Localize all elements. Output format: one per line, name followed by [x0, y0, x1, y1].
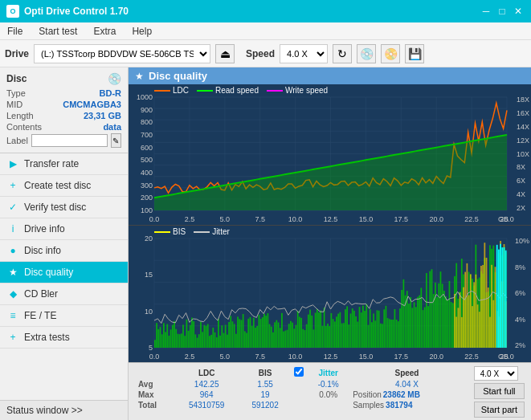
- max-ldc: 964: [174, 389, 239, 400]
- jitter-legend-label: Jitter: [212, 227, 230, 236]
- start-full-button[interactable]: Start full: [474, 383, 525, 399]
- eject-button[interactable]: ⏏: [215, 44, 235, 63]
- y-right-10x: 10X: [515, 150, 529, 158]
- create-test-disc-icon: +: [6, 179, 19, 192]
- y-right-2pct: 2%: [513, 341, 529, 349]
- avg-jitter: -0.1%: [307, 379, 349, 389]
- nav-item-create-test-disc[interactable]: + Create test disc: [0, 175, 128, 197]
- titlebar: O Opti Drive Control 1.70 ─ □ ✕: [0, 0, 531, 22]
- nav-item-cd-bler[interactable]: ◆ CD Bler: [0, 283, 128, 305]
- max-jitter: 0.0%: [307, 389, 349, 400]
- y-right-4x: 4X: [515, 190, 529, 198]
- y-right-16x: 16X: [515, 109, 529, 117]
- nav-label-verify-test-disc: Verify test disc: [24, 202, 86, 213]
- disc-contents-value: data: [103, 122, 121, 132]
- y-right-18x: 18X: [515, 96, 529, 104]
- bis-chart: BIS Jitter 10% 8% 6% 4% 2%: [129, 226, 531, 362]
- stats-table: LDC BIS Jitter Speed Avg 142.25: [135, 366, 464, 410]
- disc-icon: 💿: [108, 72, 121, 85]
- minimize-button[interactable]: ─: [480, 5, 492, 18]
- menu-start-test[interactable]: Start test: [35, 24, 81, 39]
- y-right-12x: 12X: [515, 137, 529, 145]
- disc-quality-header: ★ Disc quality: [129, 67, 531, 84]
- content-area: ★ Disc quality LDC Read speed: [129, 67, 531, 420]
- nav-label-drive-info: Drive info: [24, 223, 65, 234]
- menu-file[interactable]: File: [3, 24, 27, 39]
- y-right-4pct: 4%: [513, 316, 529, 324]
- start-part-button[interactable]: Start part: [474, 402, 525, 418]
- bottom-chart-canvas: [129, 226, 531, 361]
- ldc-legend-label: LDC: [173, 86, 189, 95]
- extra-tests-icon: +: [6, 331, 19, 344]
- disc-type-label: Type: [6, 88, 26, 98]
- disc-panel: Disc 💿 Type BD-R MID CMCMAGBA3 Length 23…: [0, 67, 128, 153]
- jitter-legend: Jitter: [194, 227, 230, 236]
- speed-label: Speed: [246, 48, 275, 59]
- menu-extra[interactable]: Extra: [89, 24, 120, 39]
- top-chart-canvas: [129, 84, 531, 223]
- transfer-rate-icon: ▶: [6, 157, 19, 170]
- nav-label-fe-te: FE / TE: [24, 310, 56, 321]
- menubar: File Start test Extra Help: [0, 22, 531, 40]
- menu-help[interactable]: Help: [128, 24, 156, 39]
- save-button[interactable]: 💾: [405, 44, 424, 63]
- avg-bis: 1.55: [239, 379, 291, 389]
- nav-label-disc-quality: Disc quality: [24, 267, 73, 278]
- disc-quality-header-icon: ★: [135, 71, 144, 82]
- toolbar: Drive (L:) TSSTcorp BDDVDW SE-506CB TS02…: [0, 40, 531, 67]
- fe-te-icon: ≡: [6, 309, 19, 322]
- window-controls: ─ □ ✕: [480, 5, 525, 18]
- disc-length-label: Length: [6, 111, 34, 120]
- nav-item-fe-te[interactable]: ≡ FE / TE: [0, 305, 128, 327]
- speed-dropdown[interactable]: 4.0 X: [474, 366, 518, 381]
- disc-quality-icon: ★: [6, 266, 19, 279]
- max-label: Max: [135, 389, 174, 400]
- disc-button[interactable]: 💿: [357, 44, 376, 63]
- speed-select[interactable]: 4.0 X: [280, 44, 328, 63]
- drive-select[interactable]: (L:) TSSTcorp BDDVDW SE-506CB TS02: [34, 44, 210, 63]
- disc-contents-label: Contents: [6, 122, 42, 132]
- disc-mid-label: MID: [6, 100, 22, 109]
- media-button[interactable]: 📀: [381, 44, 400, 63]
- nav-item-transfer-rate[interactable]: ▶ Transfer rate: [0, 153, 128, 175]
- ldc-header: LDC: [174, 366, 239, 379]
- y-right-6pct: 6%: [513, 289, 529, 297]
- ldc-legend: LDC: [154, 86, 189, 95]
- disc-label-input[interactable]: [31, 134, 108, 147]
- bis-legend: BIS: [154, 227, 186, 236]
- max-bis: 19: [239, 389, 291, 400]
- avg-speed: 4.04 X: [349, 379, 464, 389]
- samples-label: Samples: [353, 401, 384, 410]
- position-value: 23862 MB: [383, 390, 420, 399]
- jitter-checkbox[interactable]: [294, 367, 304, 377]
- maximize-button[interactable]: □: [496, 5, 509, 18]
- bis-header: BIS: [239, 366, 291, 379]
- refresh-button[interactable]: ↻: [333, 44, 352, 63]
- nav-item-drive-info[interactable]: i Drive info: [0, 218, 128, 240]
- y-right-14x: 14X: [515, 123, 529, 131]
- disc-type-value: BD-R: [100, 88, 122, 98]
- total-bis: 591202: [239, 400, 291, 410]
- samples-value: 381794: [386, 401, 412, 410]
- nav-item-extra-tests[interactable]: + Extra tests: [0, 327, 128, 349]
- read-speed-legend: Read speed: [197, 86, 259, 95]
- disc-label-edit-button[interactable]: ✎: [111, 133, 121, 148]
- disc-length-value: 23,31 GB: [84, 111, 121, 120]
- status-window-button[interactable]: Status window >>: [0, 400, 128, 420]
- disc-mid-value: CMCMAGBA3: [63, 100, 121, 109]
- nav-item-disc-info[interactable]: ● Disc info: [0, 240, 128, 262]
- position-label: Position: [353, 390, 382, 399]
- disc-section-title: Disc: [6, 73, 27, 84]
- close-button[interactable]: ✕: [512, 5, 525, 18]
- nav-item-verify-test-disc[interactable]: ✓ Verify test disc: [0, 197, 128, 218]
- nav-label-extra-tests: Extra tests: [24, 332, 70, 343]
- avg-ldc: 142.25: [174, 379, 239, 389]
- nav-item-disc-quality[interactable]: ★ Disc quality: [0, 262, 128, 283]
- app-logo: O: [6, 5, 19, 18]
- y-right-8pct: 8%: [513, 263, 529, 271]
- jitter-header: Jitter: [307, 366, 349, 379]
- cd-bler-icon: ◆: [6, 287, 19, 300]
- sidebar: Disc 💿 Type BD-R MID CMCMAGBA3 Length 23…: [0, 67, 129, 420]
- y-right-10pct: 10%: [513, 237, 529, 245]
- total-ldc: 54310759: [174, 400, 239, 410]
